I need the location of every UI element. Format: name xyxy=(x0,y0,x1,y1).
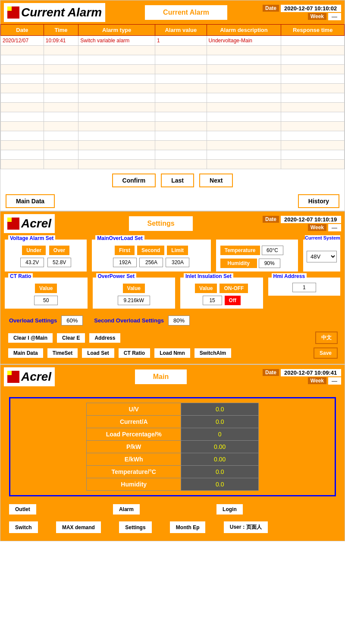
login-button[interactable]: Login xyxy=(216,503,244,515)
data-label: Current/A xyxy=(87,416,181,428)
ct-value-btn[interactable]: Value xyxy=(35,284,57,293)
humidity-btn[interactable]: Humidity xyxy=(220,259,257,268)
ct-ratio-button[interactable]: CT Ratio xyxy=(118,347,151,359)
table-cell: 10:09:41 xyxy=(44,36,78,46)
main-datetime: Date 2020-12-07 10:09:41 Week — xyxy=(263,369,341,385)
next-button[interactable]: Next xyxy=(199,174,233,187)
nav-row1: Outlet Alarm Login xyxy=(5,501,340,518)
current-system-select[interactable]: 48V xyxy=(307,251,337,262)
table-cell xyxy=(78,65,155,74)
chinese-button[interactable]: 中文 xyxy=(315,331,338,344)
address-button[interactable]: Address xyxy=(88,332,121,344)
table-cell xyxy=(78,55,155,65)
table-cell xyxy=(44,112,78,122)
table-row: 2020/12/0710:09:41Switch variable alarm1… xyxy=(1,36,345,46)
time-set-button[interactable]: TimeSet xyxy=(47,347,78,359)
over-val-input[interactable] xyxy=(47,258,71,267)
main-data-table: U/V0.0Current/A0.0Load Percentage/%0P/kW… xyxy=(86,403,259,491)
col-alarm-value: Alarm value xyxy=(155,25,207,36)
table-row xyxy=(1,93,345,103)
voltage-alarm-label: Voltage Alarm Set xyxy=(8,235,55,241)
main-data-button[interactable]: Main Data xyxy=(6,194,55,208)
table-cell xyxy=(1,112,44,122)
main-week-label: Week xyxy=(308,377,326,384)
inlet-value-btn[interactable]: Value xyxy=(195,284,217,293)
table-row xyxy=(1,55,345,65)
load-nmn-button[interactable]: Load Nmn xyxy=(154,347,191,359)
second-val-input[interactable] xyxy=(139,258,163,267)
load-set-button[interactable]: Load Set xyxy=(81,347,115,359)
clear-i-button[interactable]: Clear I @Main xyxy=(7,332,53,344)
first-val-input[interactable] xyxy=(113,258,137,267)
main-title: Main xyxy=(135,369,187,384)
alarm-table-container: Date Time Alarm type Alarm value Alarm d… xyxy=(0,24,345,169)
action-btns-row2: Main Data TimeSet Load Set CT Ratio Load… xyxy=(4,346,341,360)
inlet-onoff-btn[interactable]: ON-OFF xyxy=(220,284,248,293)
clear-e-button[interactable]: Clear E xyxy=(56,332,86,344)
ct-value-input[interactable] xyxy=(34,296,58,305)
off-button[interactable]: Off xyxy=(225,296,241,305)
inlet-value-input[interactable] xyxy=(203,296,222,305)
alarm-table: Date Time Alarm type Alarm value Alarm d… xyxy=(0,24,345,169)
overload-label: Overload Settings xyxy=(9,317,57,324)
user-button[interactable]: User：页面人 xyxy=(223,521,269,534)
last-button[interactable]: Last xyxy=(161,174,194,187)
under-val-input[interactable] xyxy=(20,258,44,267)
data-row: U/V0.0 xyxy=(87,403,259,416)
table-cell xyxy=(78,93,155,103)
table-cell xyxy=(1,65,44,74)
table-row xyxy=(1,46,345,55)
max-demand-button[interactable]: MAX demand xyxy=(55,521,102,534)
table-cell xyxy=(44,74,78,84)
table-cell xyxy=(281,65,345,74)
settings-content: Voltage Alarm Set Under Over MainOverLoa… xyxy=(0,235,345,364)
limit-val-input[interactable] xyxy=(166,258,189,267)
history-button[interactable]: History xyxy=(298,194,339,208)
overpower-value-btn[interactable]: Value xyxy=(123,284,145,293)
data-value: 0 xyxy=(181,428,259,441)
table-row xyxy=(1,112,345,122)
data-row: E/kWh0.00 xyxy=(87,453,259,466)
alarm-button[interactable]: Alarm xyxy=(112,503,141,515)
first-btn[interactable]: First xyxy=(115,246,135,255)
hmi-address-input[interactable] xyxy=(292,283,316,292)
alarm-datetime: Date 2020-12-07 10:10:02 Week — xyxy=(263,5,341,20)
alarm-footer: Main Data History xyxy=(0,192,345,211)
main-data-frame: U/V0.0Current/A0.0Load Percentage/%0P/kW… xyxy=(9,397,336,496)
week-label: Week xyxy=(308,13,326,20)
settings-logo-text: Acrel xyxy=(21,217,51,230)
col-alarm-desc: Alarm description xyxy=(207,25,281,36)
under-btn[interactable]: Under xyxy=(22,246,46,255)
table-cell xyxy=(207,141,281,150)
second-overload-label: Second Overload Settings xyxy=(94,317,164,324)
table-cell xyxy=(44,122,78,131)
table-cell xyxy=(1,84,44,93)
main-logo: Acrel xyxy=(4,367,55,386)
table-cell: 1 xyxy=(155,36,207,46)
over-btn[interactable]: Over xyxy=(49,246,69,255)
main-settings-button[interactable]: Settings xyxy=(118,521,152,534)
settings-main-data-button[interactable]: Main Data xyxy=(7,347,44,359)
switch-button[interactable]: Switch xyxy=(8,521,39,534)
overpower-value-input[interactable] xyxy=(118,296,150,305)
limit-btn[interactable]: Limit xyxy=(167,246,188,255)
save-button[interactable]: Save xyxy=(314,347,338,359)
settings-header: Acrel Settings Date 2020-12-07 10:10:19 … xyxy=(0,212,345,235)
data-value: 0.0 xyxy=(181,466,259,478)
outlet-button[interactable]: Outlet xyxy=(8,503,37,515)
table-cell xyxy=(1,55,44,65)
humidity-val-input[interactable] xyxy=(259,259,280,268)
second-btn[interactable]: Second xyxy=(137,246,164,255)
temp-btn[interactable]: Temperature xyxy=(220,246,260,255)
switch-alm-button[interactable]: SwitchAlm xyxy=(194,347,232,359)
main-date-value: 2020-12-07 10:09:41 xyxy=(281,369,341,376)
nav-row2: Switch MAX demand Settings Month Ep User… xyxy=(5,518,340,537)
table-cell xyxy=(44,55,78,65)
table-cell xyxy=(281,46,345,55)
confirm-button[interactable]: Confirm xyxy=(112,174,156,187)
temp-val-input[interactable] xyxy=(262,246,283,255)
settings-logo-flag xyxy=(7,218,19,230)
month-ep-button[interactable]: Month Ep xyxy=(169,521,207,534)
table-cell xyxy=(1,46,44,55)
table-row xyxy=(1,103,345,112)
